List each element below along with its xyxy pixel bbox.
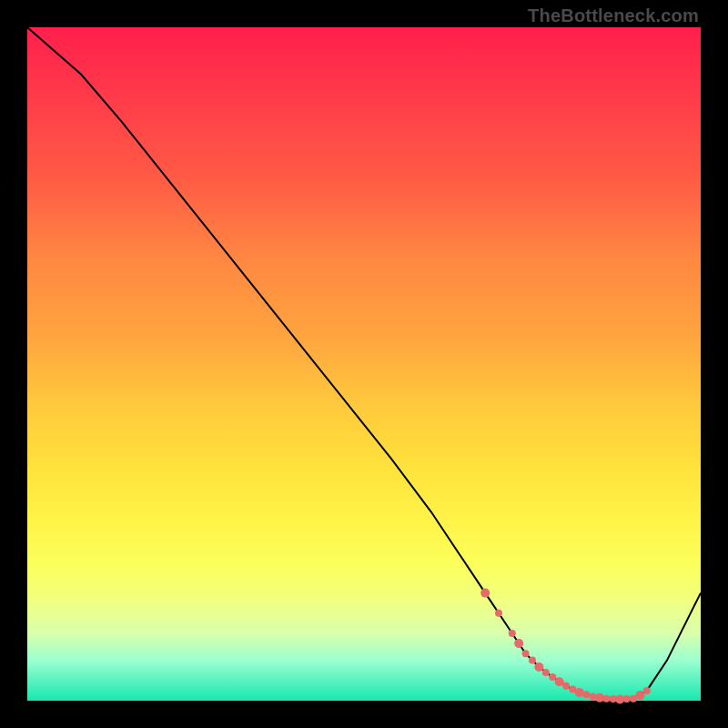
plot-area [27,27,701,701]
data-marker [562,682,570,690]
data-marker [522,650,530,657]
marker-group [480,589,651,704]
data-marker [514,639,523,648]
data-marker [602,695,610,703]
attribution-text: TheBottleneck.com [528,5,699,26]
data-marker [509,630,516,637]
data-marker [542,669,550,676]
data-marker [480,589,490,598]
data-marker [534,662,543,672]
data-marker [495,610,502,617]
data-marker [643,687,651,694]
data-marker [549,673,556,681]
chart-stage: TheBottleneck.com [0,0,728,728]
data-marker [529,657,536,664]
data-marker [555,677,564,686]
curve-svg [27,27,701,701]
data-marker [595,693,604,703]
data-marker [635,691,644,700]
data-marker [575,688,584,697]
curve-path [27,27,701,700]
data-marker [582,691,590,698]
data-marker [623,695,631,703]
